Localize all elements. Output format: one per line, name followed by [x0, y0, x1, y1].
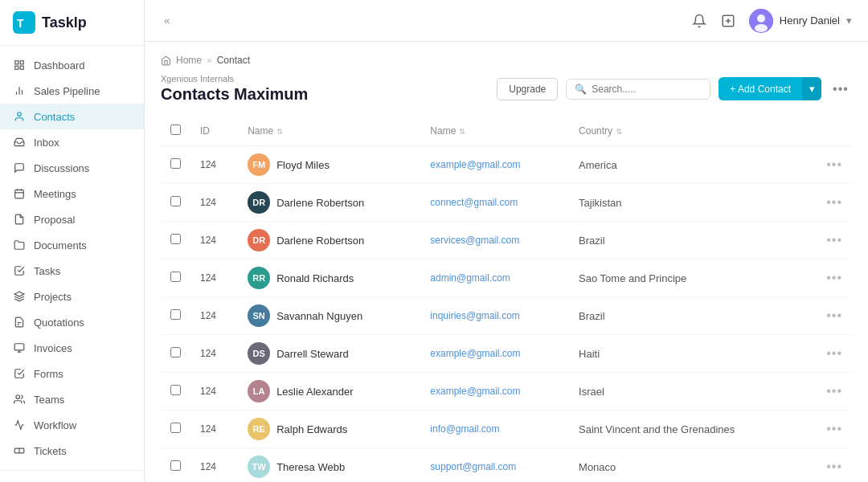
row-email-5[interactable]: example@gmail.com: [420, 335, 569, 373]
table-row: 124 DS Darrell Steward example@gmail.com…: [161, 335, 852, 373]
row-checkbox-6[interactable]: [170, 385, 181, 395]
more-options-button[interactable]: •••: [829, 78, 852, 100]
projects-icon: [13, 290, 26, 303]
select-all-checkbox[interactable]: [170, 125, 181, 135]
svg-point-27: [755, 24, 768, 32]
sidebar-item-tasks[interactable]: Tasks: [0, 258, 144, 284]
sidebar-item-inbox[interactable]: Inbox: [0, 129, 144, 155]
table-row: 124 SN Savannah Nguyen inquiries@gmail.c…: [161, 297, 852, 335]
row-checkbox-1[interactable]: [170, 196, 181, 206]
sidebar-item-label-tasks: Tasks: [34, 265, 60, 277]
invoices-icon: [13, 341, 26, 354]
row-email-6[interactable]: example@gmail.com: [420, 373, 569, 411]
row-checkbox-cell: [161, 259, 190, 297]
sidebar-item-forms[interactable]: Forms: [0, 361, 144, 386]
row-actions-6[interactable]: •••: [805, 373, 852, 411]
row-id-3: 124: [190, 259, 238, 297]
svg-rect-4: [15, 66, 18, 69]
row-actions-2[interactable]: •••: [805, 222, 852, 259]
row-checkbox-cell: [161, 448, 190, 483]
svg-marker-11: [14, 292, 24, 296]
country-column-header[interactable]: Country ⇅: [569, 116, 805, 146]
svg-point-6: [18, 112, 22, 116]
sidebar-item-quotations[interactable]: Quotations: [0, 309, 144, 335]
add-contact-dropdown-button[interactable]: ▾: [802, 77, 821, 100]
inbox-icon: [13, 136, 26, 149]
row-checkbox-2[interactable]: [170, 234, 181, 244]
user-dropdown-icon: ▾: [846, 14, 852, 27]
email-column-header[interactable]: Name ⇅: [420, 116, 569, 146]
upgrade-button[interactable]: Upgrade: [497, 78, 558, 100]
row-email-2[interactable]: services@gmail.com: [420, 222, 569, 259]
sidebar-item-proposal[interactable]: Proposal: [0, 206, 144, 232]
id-column-header[interactable]: ID: [190, 116, 238, 146]
contacts-icon: [13, 110, 26, 123]
row-name-5: DS Darrell Steward: [238, 335, 420, 373]
discussions-icon: [13, 161, 26, 174]
table-row: 124 DR Darlene Robertson connect@gmail.c…: [161, 184, 852, 222]
sidebar-item-label-proposal: Proposal: [34, 214, 75, 226]
bookmark-icon[interactable]: [720, 13, 736, 29]
workflow-icon: [13, 419, 26, 431]
row-checkbox-4[interactable]: [170, 309, 181, 320]
row-actions-5[interactable]: •••: [805, 335, 852, 373]
row-email-8[interactable]: support@gmail.com: [420, 448, 569, 483]
sidebar-item-label-tickets: Tickets: [34, 445, 67, 457]
svg-rect-3: [20, 61, 23, 64]
add-contact-button[interactable]: + Add Contact: [719, 78, 802, 100]
row-checkbox-3[interactable]: [170, 272, 181, 282]
row-email-4[interactable]: inquiries@gmail.com: [420, 297, 569, 335]
row-name-0: FM Floyd Miles: [238, 146, 420, 184]
table-row: 124 RE Ralph Edwards info@gmail.com Sain…: [161, 411, 852, 448]
svg-rect-2: [15, 61, 18, 64]
row-checkbox-0[interactable]: [170, 158, 181, 169]
app-logo-text: Tasklp: [42, 14, 87, 31]
row-checkbox-cell: [161, 373, 190, 411]
row-email-3[interactable]: admin@gmail.com: [420, 259, 569, 297]
row-checkbox-cell: [161, 335, 190, 373]
sidebar-item-meetings[interactable]: Meetings: [0, 181, 144, 206]
row-checkbox-cell: [161, 411, 190, 448]
row-name-8: TW Theresa Webb: [238, 448, 420, 483]
row-checkbox-8[interactable]: [170, 460, 181, 471]
row-id-4: 124: [190, 297, 238, 335]
contact-avatar-4: SN: [248, 304, 270, 327]
sidebar-item-documents[interactable]: Documents: [0, 232, 144, 258]
sidebar-item-sales[interactable]: Sales Pipeline: [0, 78, 144, 104]
table-header-row: ID Name ⇅ Name ⇅ Country ⇅: [161, 116, 852, 146]
row-actions-8[interactable]: •••: [805, 448, 852, 483]
sidebar-item-label-discussions: Discussions: [34, 162, 89, 174]
row-email-0[interactable]: example@gmail.com: [420, 146, 569, 184]
sidebar-item-dashboard[interactable]: Dashboard: [0, 52, 144, 78]
sidebar-item-projects[interactable]: Projects: [0, 284, 144, 309]
sidebar-item-contacts[interactable]: Contacts: [0, 104, 144, 129]
notification-icon[interactable]: [691, 13, 707, 29]
search-input[interactable]: [592, 84, 688, 95]
row-actions-0[interactable]: •••: [805, 146, 852, 184]
sidebar-item-invoices[interactable]: Invoices: [0, 335, 144, 361]
row-country-6: Israel: [569, 373, 805, 411]
name-column-header[interactable]: Name ⇅: [238, 116, 420, 146]
sidebar-collapse-button[interactable]: «: [161, 11, 173, 30]
row-name-3: RR Ronald Richards: [238, 259, 420, 297]
breadcrumb-home[interactable]: Home: [176, 55, 202, 66]
search-icon: 🔍: [575, 84, 587, 95]
row-actions-1[interactable]: •••: [805, 184, 852, 222]
contact-avatar-6: LA: [248, 380, 270, 402]
row-actions-4[interactable]: •••: [805, 297, 852, 335]
row-checkbox-7[interactable]: [170, 423, 181, 433]
tasks-icon: [13, 264, 26, 277]
row-email-7[interactable]: info@gmail.com: [420, 411, 569, 448]
sidebar-item-tickets[interactable]: Tickets: [0, 438, 144, 464]
sidebar-item-workflow[interactable]: Workflow: [0, 412, 144, 438]
svg-rect-7: [15, 190, 24, 198]
row-email-1[interactable]: connect@gmail.com: [420, 184, 569, 222]
row-checkbox-5[interactable]: [170, 347, 181, 357]
row-actions-7[interactable]: •••: [805, 411, 852, 448]
sidebar-item-archives[interactable]: Archives: [0, 477, 144, 482]
row-actions-3[interactable]: •••: [805, 259, 852, 297]
sidebar-item-teams[interactable]: Teams: [0, 386, 144, 412]
content-area: Home » Contact Xgenious Internals Contac…: [145, 42, 868, 482]
sidebar-item-discussions[interactable]: Discussions: [0, 155, 144, 181]
user-menu[interactable]: Henry Daniel ▾: [749, 9, 852, 33]
